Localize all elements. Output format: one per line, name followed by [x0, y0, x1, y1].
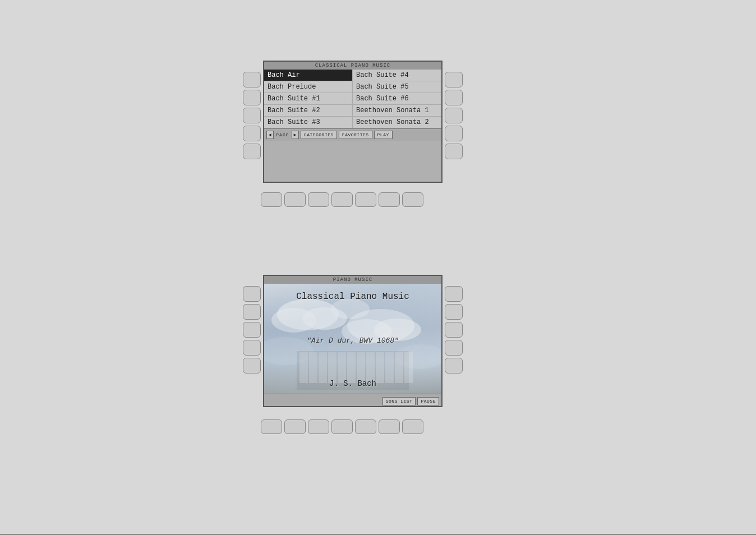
bottom-bottom-btn-5[interactable] — [355, 419, 376, 434]
svg-rect-15 — [338, 352, 346, 383]
svg-rect-16 — [347, 352, 356, 383]
bottom-screen-title: PIANO MUSIC — [264, 276, 441, 284]
top-left-btn-1[interactable] — [243, 72, 261, 87]
svg-rect-17 — [357, 352, 365, 383]
bottom-left-btn-3[interactable] — [243, 322, 261, 338]
top-right-btn-5[interactable] — [445, 144, 463, 159]
top-bottom-btn-7[interactable] — [402, 192, 423, 207]
song-list-button[interactable]: SONG LIST — [382, 397, 416, 405]
album-art: Classical Piano Music "Air D dur, BWV 10… — [264, 284, 441, 394]
bottom-right-btn-2[interactable] — [445, 304, 463, 320]
album-artist: J. S. Bach — [329, 379, 376, 388]
top-right-btn-3[interactable] — [445, 108, 463, 123]
svg-rect-11 — [299, 352, 308, 383]
top-bottom-btn-1[interactable] — [261, 192, 282, 207]
top-left-side-buttons — [243, 72, 261, 159]
svg-rect-18 — [366, 352, 375, 383]
categories-button[interactable]: CATEGORIES — [301, 131, 337, 139]
song-item-4[interactable]: Bach Suite #5 — [353, 81, 441, 93]
svg-point-7 — [330, 299, 370, 319]
bottom-panel-bottom-buttons — [261, 419, 423, 434]
bottom-right-btn-4[interactable] — [445, 340, 463, 356]
top-left-btn-2[interactable] — [243, 90, 261, 105]
top-bottom-bar: ◄ PAGE ► CATEGORIES FAVORITES PLAY — [264, 128, 441, 141]
top-right-btn-2[interactable] — [445, 90, 463, 105]
song-item-1[interactable]: Bach Air — [264, 70, 353, 81]
bottom-left-btn-5[interactable] — [243, 358, 261, 373]
song-item-5[interactable]: Bach Suite #1 — [264, 93, 353, 105]
song-item-7[interactable]: Bach Suite #2 — [264, 105, 353, 117]
top-bottom-btn-5[interactable] — [355, 192, 376, 207]
album-title: Classical Piano Music — [296, 292, 409, 302]
bottom-left-btn-1[interactable] — [243, 286, 261, 302]
bottom-bottom-btn-1[interactable] — [261, 419, 282, 434]
bottom-bottom-btn-7[interactable] — [402, 419, 423, 434]
pause-button[interactable]: PAUSE — [417, 397, 439, 405]
bottom-panel-wrapper: PIANO MUSIC — [243, 275, 463, 407]
top-bottom-btn-6[interactable] — [379, 192, 400, 207]
song-item-8[interactable]: Beethoven Sonata 1 — [353, 105, 441, 117]
play-button[interactable]: PLAY — [374, 131, 393, 139]
top-bottom-btn-3[interactable] — [308, 192, 329, 207]
bottom-left-btn-2[interactable] — [243, 304, 261, 320]
prev-page-button[interactable]: ◄ — [266, 131, 274, 139]
bottom-left-side-buttons — [243, 286, 261, 373]
svg-rect-12 — [309, 352, 317, 383]
bottom-right-btn-5[interactable] — [445, 358, 463, 373]
bottom-bottom-btn-6[interactable] — [379, 419, 400, 434]
top-panel-wrapper: CLASSICAL PIANO MUSIC Bach Air Bach Suit… — [243, 61, 463, 183]
play-bar: SONG LIST PAUSE — [264, 394, 441, 407]
song-item-6[interactable]: Bach Suite #6 — [353, 93, 441, 105]
page-label: PAGE — [276, 132, 289, 137]
top-left-btn-4[interactable] — [243, 126, 261, 141]
song-grid: Bach Air Bach Suite #4 Bach Prelude Bach… — [264, 70, 441, 128]
top-right-side-buttons — [445, 72, 463, 159]
top-right-btn-4[interactable] — [445, 126, 463, 141]
top-panel-bottom-buttons — [261, 192, 423, 207]
bottom-right-side-buttons — [445, 286, 463, 373]
song-item-2[interactable]: Bach Suite #4 — [353, 70, 441, 81]
svg-rect-13 — [319, 352, 327, 383]
top-screen-title: CLASSICAL PIANO MUSIC — [264, 62, 441, 70]
bottom-right-btn-3[interactable] — [445, 322, 463, 338]
next-page-button[interactable]: ► — [292, 131, 299, 139]
album-subtitle: "Air D dur, BWV 1068" — [307, 336, 399, 345]
bottom-bottom-btn-3[interactable] — [308, 419, 329, 434]
bottom-bottom-btn-4[interactable] — [331, 419, 353, 434]
svg-rect-20 — [385, 352, 394, 383]
svg-rect-21 — [395, 352, 403, 383]
bottom-screen: PIANO MUSIC — [263, 275, 442, 407]
top-left-btn-3[interactable] — [243, 108, 261, 123]
song-item-3[interactable]: Bach Prelude — [264, 81, 353, 93]
top-bottom-btn-2[interactable] — [284, 192, 306, 207]
svg-rect-22 — [404, 352, 413, 383]
top-left-btn-5[interactable] — [243, 144, 261, 159]
bottom-left-btn-4[interactable] — [243, 340, 261, 356]
top-bottom-btn-4[interactable] — [331, 192, 353, 207]
bottom-right-btn-1[interactable] — [445, 286, 463, 302]
song-item-10[interactable]: Beethoven Sonata 2 — [353, 117, 441, 128]
top-screen: CLASSICAL PIANO MUSIC Bach Air Bach Suit… — [263, 61, 442, 183]
svg-rect-14 — [328, 352, 336, 383]
song-item-9[interactable]: Bach Suite #3 — [264, 117, 353, 128]
bottom-bottom-btn-2[interactable] — [284, 419, 306, 434]
favorites-button[interactable]: FAVORITES — [339, 131, 372, 139]
svg-rect-19 — [376, 352, 384, 383]
top-right-btn-1[interactable] — [445, 72, 463, 87]
